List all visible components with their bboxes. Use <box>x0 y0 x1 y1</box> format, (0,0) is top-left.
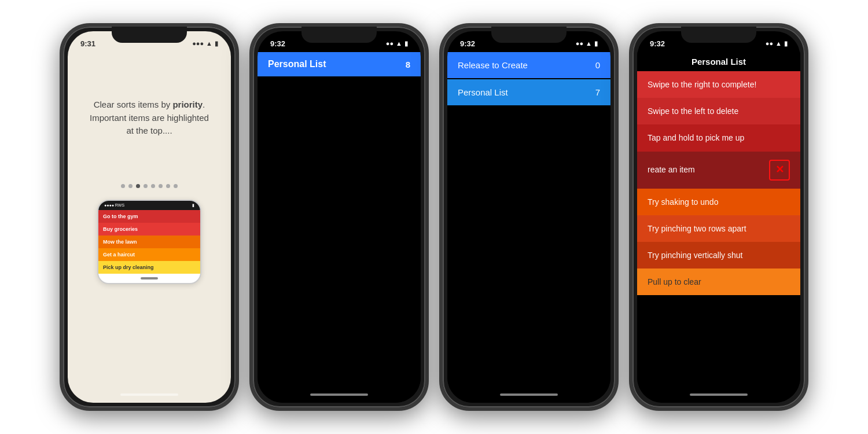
phone3-empty-area <box>447 105 610 403</box>
mini-list-item-4: Pick up dry cleaning <box>98 261 200 274</box>
tip-item-1: Swipe to the left to delete <box>637 98 800 124</box>
mini-phone: ●●●● RWS ▮ Go to the gym Buy groceries M… <box>97 200 201 284</box>
dots-row <box>121 184 178 188</box>
wifi-icon-1: ▲ <box>206 40 212 47</box>
mini-list-item-2: Mow the lawn <box>98 236 200 248</box>
release-count: 0 <box>595 60 600 70</box>
mini-list-item-0: Go to the gym <box>98 210 200 223</box>
time-1: 9:31 <box>80 39 95 48</box>
signal-icon-1: ●●● <box>192 40 204 47</box>
screen-2: 9:32 ●● ▲ ▮ Personal List 8 <box>258 31 421 403</box>
status-icons-4: ●● ▲ ▮ <box>766 40 788 47</box>
wifi-icon-4: ▲ <box>775 40 782 47</box>
phone-1: 9:31 ●●● ▲ ▮ Clear sorts items by priori… <box>60 23 239 411</box>
tip-item-0: Swipe to the right to complete! <box>637 71 800 98</box>
dot-2 <box>128 184 133 188</box>
tip-item-6: Try pinching vertically shut <box>637 242 800 269</box>
time-4: 9:32 <box>650 39 665 48</box>
signal-icon-4: ●● <box>766 40 773 47</box>
mini-battery: ▮ <box>192 203 194 208</box>
dot-4 <box>144 184 148 188</box>
list-title: Personal List <box>268 59 326 69</box>
phone1-text: Clear sorts items by priority. Important… <box>90 98 209 138</box>
release-to-create-row: Release to Create 0 <box>447 52 610 78</box>
mini-home-btn <box>141 277 158 279</box>
phone1-line1-text: Clear sorts items by <box>94 100 173 109</box>
mini-list-item-1: Buy groceries <box>98 223 200 236</box>
dot-6 <box>159 184 163 188</box>
personal-text: Personal List <box>458 87 508 97</box>
phone-4: 9:32 ●● ▲ ▮ Personal List Swipe to the r… <box>629 23 808 411</box>
list-count: 8 <box>406 60 410 69</box>
wifi-icon-2: ▲ <box>396 40 402 47</box>
screen-1: 9:31 ●●● ▲ ▮ Clear sorts items by priori… <box>68 31 231 403</box>
screen-4: 9:32 ●● ▲ ▮ Personal List Swipe to the r… <box>637 31 800 403</box>
tip-item-4: Try shaking to undo <box>637 189 800 215</box>
mini-status-left: ●●●● RWS <box>104 203 124 207</box>
battery-icon-4: ▮ <box>784 40 788 47</box>
phone1-content: Clear sorts items by priority. Important… <box>68 52 231 403</box>
home-indicator-1 <box>120 393 178 396</box>
tip-item-3: reate an item ✕ <box>637 152 800 189</box>
phone-3: 9:32 ●● ▲ ▮ Release to Create 0 Personal… <box>439 23 619 411</box>
tip-item-5: Try pinching two rows apart <box>637 215 800 242</box>
dot-5 <box>151 184 155 188</box>
battery-icon-2: ▮ <box>404 40 408 47</box>
tip-item-2: Tap and hold to pick me up <box>637 124 800 151</box>
phone1-line3: at the top.... <box>90 124 209 138</box>
status-icons-3: ●● ▲ ▮ <box>576 40 598 47</box>
notch-3 <box>491 27 567 43</box>
status-icons-2: ●● ▲ ▮ <box>386 40 408 47</box>
dot-8 <box>174 184 178 188</box>
time-2: 9:32 <box>270 39 285 48</box>
dot-1 <box>121 184 125 188</box>
personal-list-row[interactable]: Personal List 7 <box>447 79 610 105</box>
tips-list: Swipe to the right to complete! Swipe to… <box>637 71 800 295</box>
notch-1 <box>112 27 187 43</box>
mini-list-item-3: Get a haircut <box>98 248 200 261</box>
phone-2: 9:32 ●● ▲ ▮ Personal List 8 <box>249 23 429 411</box>
signal-icon-2: ●● <box>386 40 393 47</box>
screen-3: 9:32 ●● ▲ ▮ Release to Create 0 Personal… <box>447 31 610 403</box>
tip-item-7: Pull up to clear <box>637 269 800 295</box>
phone1-bold: priority <box>172 100 203 109</box>
dot-3-active <box>136 184 140 188</box>
phone1-line1-end: . <box>203 100 205 109</box>
personal-count: 7 <box>595 87 600 97</box>
mini-status-bar: ●●●● RWS ▮ <box>98 201 200 210</box>
release-text: Release to Create <box>458 60 528 70</box>
status-icons-1: ●●● ▲ ▮ <box>192 40 218 47</box>
wifi-icon-3: ▲ <box>586 40 592 47</box>
home-indicator-2 <box>310 393 368 396</box>
time-3: 9:32 <box>460 39 475 48</box>
notch-4 <box>681 27 756 43</box>
phone1-line1: Clear sorts items by priority. <box>90 98 209 112</box>
home-indicator-3 <box>500 393 558 396</box>
delete-x-button[interactable]: ✕ <box>769 160 790 181</box>
signal-icon-3: ●● <box>576 40 583 47</box>
phones-container: 9:31 ●●● ▲ ▮ Clear sorts items by priori… <box>0 0 868 434</box>
phone4-header: Personal List <box>637 52 800 71</box>
phone4-empty-area <box>637 295 800 403</box>
battery-icon-1: ▮ <box>215 40 218 47</box>
home-indicator-4 <box>690 393 748 396</box>
battery-icon-3: ▮ <box>594 40 598 47</box>
list-header: Personal List 8 <box>258 52 421 76</box>
phone1-line2: Important items are highlighted <box>90 112 209 125</box>
notch-2 <box>301 27 377 43</box>
dot-7 <box>166 184 170 188</box>
phone2-empty-area <box>258 76 421 403</box>
create-text: reate an item <box>648 164 695 175</box>
